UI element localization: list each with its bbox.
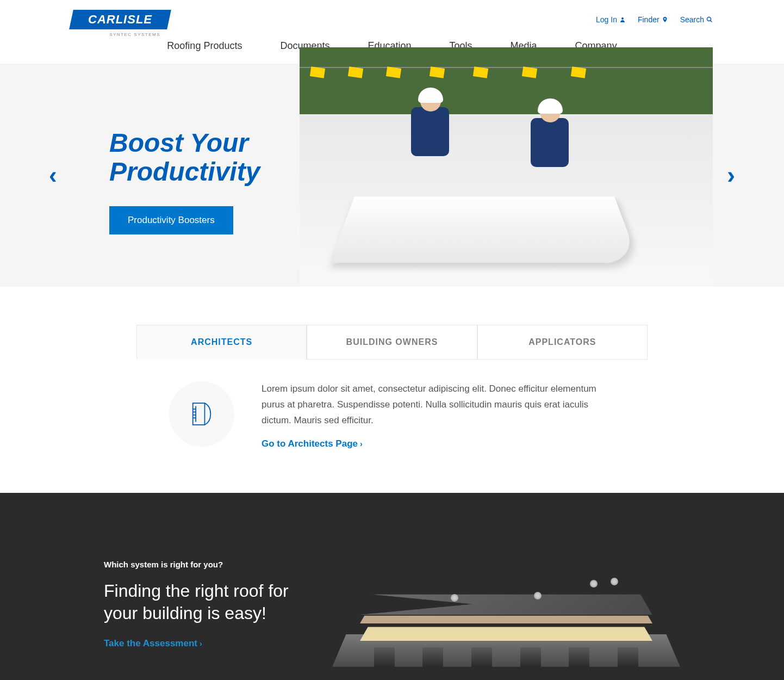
- carousel-next-button[interactable]: ›: [727, 162, 735, 189]
- chevron-right-icon: ›: [200, 639, 202, 648]
- pin-icon: [662, 16, 668, 23]
- take-assessment-link[interactable]: Take the Assessment ›: [104, 638, 202, 649]
- audience-tabs-section: ARCHITECTS BUILDING OWNERS APPLICATORS L…: [136, 325, 648, 493]
- architects-icon: [169, 381, 234, 447]
- nav-roofing-products[interactable]: Roofing Products: [167, 40, 242, 52]
- assessment-kicker: Which system is right for you?: [104, 560, 300, 569]
- login-link[interactable]: Log In: [596, 15, 626, 24]
- tab-panel-architects: Lorem ipsum dolor sit amet, consectetur …: [136, 360, 648, 493]
- utility-links: Log In Finder Search: [596, 15, 713, 24]
- tab-architects[interactable]: ARCHITECTS: [136, 325, 307, 360]
- hero-title: Boost Your Productivity: [109, 129, 278, 187]
- chevron-right-icon: ›: [360, 440, 363, 448]
- hero-copy: Boost Your Productivity Productivity Boo…: [71, 64, 300, 287]
- brand-subtitle: SYNTEC SYSTEMS: [109, 32, 160, 37]
- blueprint-icon: [186, 398, 217, 430]
- finder-label: Finder: [638, 15, 659, 24]
- architects-link-label: Go to Architects Page: [262, 438, 358, 449]
- audience-tabs: ARCHITECTS BUILDING OWNERS APPLICATORS: [136, 325, 648, 360]
- hero-image: [300, 47, 713, 287]
- tab-applicators[interactable]: APPLICATORS: [477, 325, 648, 360]
- roof-system-illustration: [332, 542, 680, 667]
- svg-rect-3: [193, 403, 205, 425]
- assessment-link-label: Take the Assessment: [104, 638, 197, 649]
- svg-point-0: [621, 17, 624, 20]
- assessment-copy: Which system is right for you? Finding t…: [104, 560, 300, 649]
- svg-line-2: [711, 21, 712, 22]
- search-label: Search: [680, 15, 704, 24]
- brand-name: CARLISLE: [88, 13, 152, 27]
- brand-logo[interactable]: CARLISLE SYNTEC SYSTEMS: [69, 10, 171, 29]
- hero-title-line1: Boost Your: [109, 128, 248, 157]
- tab-description: Lorem ipsum dolor sit amet, consectetur …: [262, 381, 615, 429]
- search-icon: [706, 16, 713, 23]
- hero-carousel: ‹ › Boost Your Productivity Productivity…: [0, 64, 784, 287]
- hero-cta-button[interactable]: Productivity Boosters: [109, 206, 233, 234]
- search-link[interactable]: Search: [680, 15, 713, 24]
- hero-title-line2: Productivity: [109, 157, 260, 186]
- login-label: Log In: [596, 15, 617, 24]
- finder-link[interactable]: Finder: [638, 15, 668, 24]
- svg-point-1: [707, 17, 711, 21]
- carousel-prev-button[interactable]: ‹: [49, 162, 57, 189]
- tab-building-owners[interactable]: BUILDING OWNERS: [307, 325, 477, 360]
- architects-page-link[interactable]: Go to Architects Page ›: [262, 438, 363, 449]
- user-icon: [619, 16, 626, 23]
- assessment-headline: Finding the right roof for your building…: [104, 580, 300, 625]
- assessment-band: Which system is right for you? Finding t…: [0, 493, 784, 680]
